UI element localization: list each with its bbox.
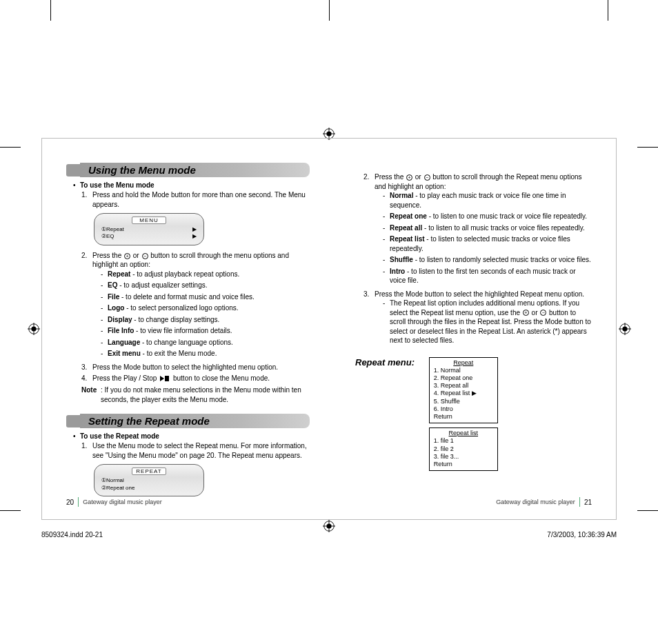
lead-bullet: • To use the Menu mode bbox=[73, 181, 310, 189]
option-name: Shuffle bbox=[390, 256, 413, 263]
option-desc: - to exit the Menu mode. bbox=[141, 350, 217, 357]
step-text: Press the Mode button to select the high… bbox=[92, 363, 310, 372]
option-name: Intro bbox=[390, 268, 405, 275]
plus-button-icon: + bbox=[523, 310, 529, 316]
section-title: Using the Menu mode bbox=[80, 163, 310, 177]
option-name: Logo bbox=[108, 304, 124, 312]
option-desc: - to listen to one music track or voice … bbox=[427, 212, 587, 220]
step-text: Press the Mode button to select the high… bbox=[375, 290, 592, 348]
page-spread: Using the Menu mode • To use the Menu mo… bbox=[41, 138, 617, 520]
option-name: Exit menu bbox=[108, 350, 141, 357]
repeat-menu-box: Repeat 1. Normal2. Repeat one3. Repeat a… bbox=[429, 357, 498, 424]
product-name: Gateway digital music player bbox=[496, 499, 575, 505]
menu-line: 5. Shuffle bbox=[434, 398, 493, 405]
option-name: Repeat one bbox=[390, 212, 427, 220]
step-text: Press the + or − button to scroll throug… bbox=[375, 172, 592, 288]
menu-line: Return bbox=[434, 461, 493, 468]
option-name: Display bbox=[108, 316, 132, 323]
note: Note : If you do not make menu selection… bbox=[81, 385, 310, 404]
lcd-menu: MENU ①Repeat▶ ②EQ▶ bbox=[94, 213, 204, 245]
menu-line: 6. Intro bbox=[434, 405, 493, 413]
page-right: 2. Press the + or − button to scroll thr… bbox=[329, 139, 616, 519]
option-desc: - to listen to all music tracks or voice… bbox=[422, 224, 584, 232]
option-desc: - to delete and format music and voice f… bbox=[119, 293, 255, 301]
minus-button-icon: − bbox=[142, 253, 148, 259]
plus-button-icon: + bbox=[406, 174, 412, 181]
option-desc: - to play each music track or voice file… bbox=[390, 192, 566, 209]
option-name: Language bbox=[108, 339, 140, 346]
menu-line: 2. Repeat one bbox=[434, 374, 493, 382]
option-name: Repeat bbox=[108, 270, 130, 278]
menu-line: 1. file 1 bbox=[434, 437, 493, 445]
menu-line: 3. file 3... bbox=[434, 453, 493, 461]
step-text: Press the + or − button to scroll throug… bbox=[92, 251, 310, 361]
page-left: Using the Menu mode • To use the Menu mo… bbox=[42, 139, 329, 519]
option-name: File Info bbox=[108, 327, 134, 334]
repeat-list-box: Repeat list 1. file 12. file 23. file 3.… bbox=[429, 427, 498, 471]
option-name: Repeat list bbox=[390, 235, 425, 243]
menu-line: 4. Repeat list ▶ bbox=[434, 390, 493, 397]
imprint-line: 8509324.indd 20-21 7/3/2003, 10:36:39 AM bbox=[41, 531, 617, 539]
lcd-repeat: REPEAT ①Normal ②Repeat one bbox=[94, 464, 204, 496]
registration-mark-icon bbox=[619, 323, 631, 335]
menu-line: 1. Normal bbox=[434, 367, 493, 374]
plus-button-icon: + bbox=[124, 253, 130, 259]
lead-bullet: • To use the Repeat mode bbox=[73, 432, 310, 440]
option-name: File bbox=[108, 293, 119, 301]
step-text: Use the Menu mode to select the Repeat m… bbox=[92, 441, 310, 460]
menu-line: 3. Repeat all bbox=[434, 382, 493, 390]
imprint-timestamp: 7/3/2003, 10:36:39 AM bbox=[547, 531, 617, 539]
repeat-menu-heading: Repeat menu: bbox=[355, 357, 424, 368]
section-title: Setting the Repeat mode bbox=[80, 414, 310, 428]
svg-marker-16 bbox=[160, 376, 164, 381]
option-name: Normal bbox=[390, 192, 413, 199]
minus-button-icon: − bbox=[424, 174, 430, 181]
page-number: 21 bbox=[584, 499, 592, 506]
imprint-file: 8509324.indd 20-21 bbox=[41, 531, 103, 539]
option-desc: - to listen to the first ten seconds of … bbox=[390, 268, 576, 285]
option-desc: - to change display settings. bbox=[132, 316, 220, 323]
option-desc: - to change language options. bbox=[140, 339, 233, 346]
play-stop-icon bbox=[160, 374, 170, 384]
step-text: Press and hold the Mode button for more … bbox=[92, 190, 310, 209]
section-heading-menu-mode: Using the Menu mode bbox=[66, 163, 310, 177]
option-name: EQ bbox=[108, 281, 117, 289]
option-desc: - to adjust playback repeat options. bbox=[130, 270, 239, 278]
minus-button-icon: − bbox=[540, 310, 546, 316]
page-footer-left: 20 Gateway digital music player bbox=[66, 497, 162, 507]
svg-rect-17 bbox=[165, 376, 169, 381]
option-desc: - to select personalized logo options. bbox=[124, 304, 238, 312]
page-footer-right: Gateway digital music player 21 bbox=[496, 497, 592, 507]
page-number: 20 bbox=[66, 499, 74, 506]
registration-mark-icon bbox=[28, 323, 40, 335]
menu-line: 2. file 2 bbox=[434, 445, 493, 453]
section-heading-repeat-mode: Setting the Repeat mode bbox=[66, 414, 310, 428]
option-desc: - to listen to randomly selected music t… bbox=[413, 256, 591, 263]
menu-line: Return bbox=[434, 413, 493, 421]
option-name: Repeat all bbox=[390, 224, 422, 232]
option-desc: - to view file information details. bbox=[134, 327, 232, 334]
step-text: Press the Play / Stop button to close th… bbox=[92, 374, 310, 383]
product-name: Gateway digital music player bbox=[83, 499, 162, 505]
option-desc: - to adjust equalizer settings. bbox=[117, 281, 207, 289]
